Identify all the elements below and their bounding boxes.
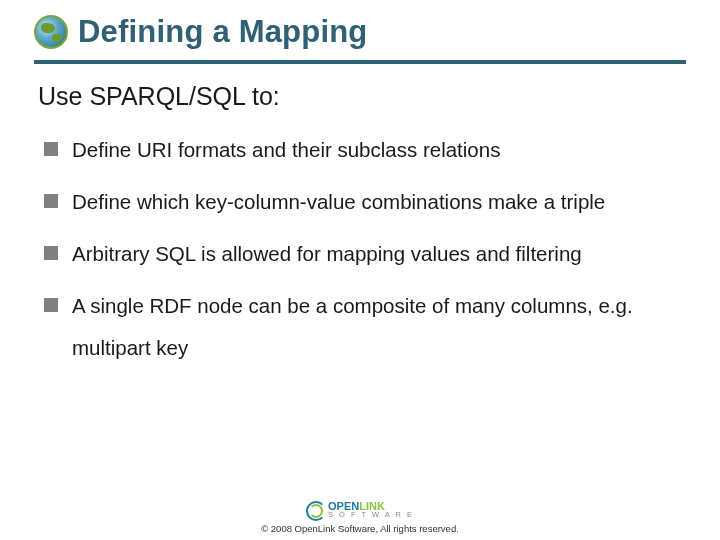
- subtitle: Use SPARQL/SQL to:: [38, 82, 682, 111]
- slide-title: Defining a Mapping: [78, 14, 367, 50]
- globe-icon: [34, 15, 68, 49]
- slide-content: Use SPARQL/SQL to: Define URI formats an…: [0, 64, 720, 369]
- list-item: Arbitrary SQL is allowed for mapping val…: [44, 233, 682, 275]
- copyright-text: © 2008 OpenLink Software, All rights res…: [0, 523, 720, 534]
- logo-text: OPENLINK S O F T W A R E: [328, 502, 414, 519]
- openlink-logo: OPENLINK S O F T W A R E: [306, 501, 414, 519]
- logo-sub: S O F T W A R E: [328, 512, 414, 519]
- slide-header: Defining a Mapping: [0, 0, 720, 50]
- logo-swirl-icon: [306, 501, 324, 519]
- slide-footer: OPENLINK S O F T W A R E © 2008 OpenLink…: [0, 501, 720, 534]
- bullet-list: Define URI formats and their subclass re…: [38, 129, 682, 369]
- list-item: A single RDF node can be a composite of …: [44, 285, 682, 369]
- list-item: Define which key-column-value combinatio…: [44, 181, 682, 223]
- list-item: Define URI formats and their subclass re…: [44, 129, 682, 171]
